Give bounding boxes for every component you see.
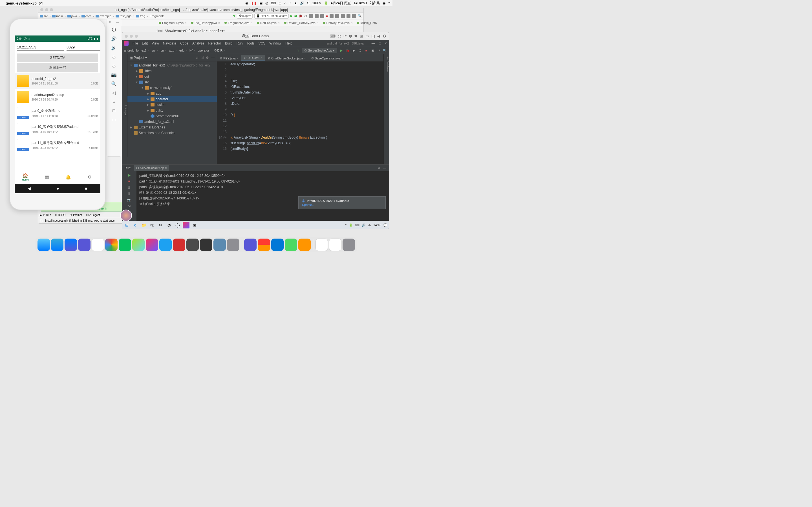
explorer-icon[interactable]: 📁 xyxy=(140,222,147,228)
crumb[interactable]: Fragment1 xyxy=(150,14,165,18)
code-area[interactable]: 1234567891011121314 @1516 edu.lyf.operat… xyxy=(217,61,384,152)
search-icon[interactable]: 🔍 xyxy=(358,14,362,18)
toolbar-icon[interactable] xyxy=(352,14,356,18)
notifications-icon[interactable]: 💬 xyxy=(384,223,388,227)
tree-row[interactable]: ▶app xyxy=(128,91,217,96)
tree-body[interactable]: ▼android_for_ex2 C:\寒假作业\android_for_ex2… xyxy=(128,61,217,137)
zoom-icon[interactable] xyxy=(135,35,138,38)
right-gutter[interactable]: Ant Database xyxy=(384,54,389,164)
editor-tab[interactable]: Music_HotK xyxy=(355,20,379,26)
appstore-icon[interactable] xyxy=(51,238,63,251)
tree-row[interactable]: ServerSocket01 xyxy=(128,113,217,119)
time[interactable]: 14:18:53 xyxy=(354,1,367,5)
home-icon[interactable]: ○ xyxy=(111,99,117,105)
toolbar-icon[interactable]: ◀ xyxy=(377,34,380,38)
editor-tab[interactable]: © CmdServerSocket.java× xyxy=(265,55,308,61)
debug-icon[interactable]: 🐞 xyxy=(346,48,350,52)
zoom-icon[interactable] xyxy=(50,8,53,11)
crumb[interactable]: com xyxy=(82,14,91,18)
minimize-icon[interactable]: — xyxy=(116,20,119,24)
notifications-icon[interactable]: ≡ xyxy=(388,1,390,5)
crumb[interactable]: wzu xyxy=(169,49,177,52)
device-select[interactable]: 📱 Pixel XL for shuaifan ▾ xyxy=(254,13,289,18)
nav-settings[interactable]: ⚙ xyxy=(79,170,100,184)
back-button[interactable]: 返回上一层 xyxy=(17,63,98,72)
list-item[interactable]: part10_客户端实现鼠标Pad.md2019-03-16 19:44:221… xyxy=(15,121,100,137)
menu-run[interactable]: Run xyxy=(237,41,243,45)
tree-row[interactable]: ▶External Libraries xyxy=(128,124,217,130)
expand-icon[interactable]: ⇲ xyxy=(201,56,204,60)
hide-icon[interactable]: — xyxy=(211,56,214,60)
menu-code[interactable]: Code xyxy=(180,41,188,45)
toolbar-icon[interactable] xyxy=(315,14,319,18)
toolbar-icon[interactable] xyxy=(309,14,313,18)
toolbar-icon[interactable] xyxy=(341,14,345,18)
crumb[interactable]: test_nga xyxy=(116,14,132,18)
app-icon[interactable] xyxy=(159,238,172,251)
status-icon[interactable]: S xyxy=(307,1,309,5)
status-icon[interactable]: ⊞ xyxy=(278,1,282,5)
source-code[interactable]: edu.lyf.operator; File; IOException; t.S… xyxy=(230,61,384,152)
menu-tools[interactable]: Tools xyxy=(247,41,255,45)
toolbar-icon[interactable] xyxy=(347,14,350,18)
status-icon[interactable]: ▢ xyxy=(40,219,42,222)
menu-window[interactable]: Window xyxy=(269,41,282,45)
folder-icon[interactable] xyxy=(315,238,328,251)
tree-row[interactable]: ▶utility xyxy=(128,108,217,113)
nav-notifications[interactable]: 🔔 xyxy=(57,170,79,184)
coverage-icon[interactable]: ▶ xyxy=(352,48,356,52)
mail-icon[interactable]: ✉ xyxy=(157,222,164,228)
crumb[interactable]: example xyxy=(96,14,111,18)
app-icon[interactable] xyxy=(227,238,239,251)
tree-row[interactable]: ▶operator xyxy=(128,96,217,102)
run-tab[interactable]: ⬡ ServerSocketApp × xyxy=(134,165,169,171)
start-icon[interactable]: ⊞ xyxy=(123,222,130,228)
update-notification[interactable]: ⓘIntelliJ IDEA 2020.1 available Update..… xyxy=(298,196,386,209)
crumb[interactable]: src xyxy=(40,14,48,18)
finder-icon[interactable] xyxy=(38,238,50,251)
toolbar-icon[interactable]: ✖ xyxy=(354,34,357,38)
tree-row[interactable]: ▶.idea xyxy=(128,68,217,74)
toolbar-icon[interactable]: ▢ xyxy=(371,34,375,38)
status-icon[interactable]: ◉ xyxy=(245,1,248,5)
volume-down-icon[interactable]: 🔉 xyxy=(111,45,117,51)
minimize-icon[interactable]: — xyxy=(371,41,375,45)
edge-icon[interactable]: e xyxy=(132,222,139,228)
app-icon[interactable]: ◉ xyxy=(191,222,198,228)
profiler-tab[interactable]: ⏱ Profiler xyxy=(69,214,82,217)
tree-row[interactable]: ▶out xyxy=(128,74,217,79)
run-config[interactable]: �具 app ▾ xyxy=(237,13,253,18)
toolbar-icon[interactable]: ▭ xyxy=(365,34,369,38)
project-label[interactable]: ▦ Project ▾ xyxy=(130,56,147,60)
back-icon[interactable]: ◁ xyxy=(111,90,117,96)
build-icon[interactable]: ↰ xyxy=(297,49,299,52)
toolbar-icon[interactable] xyxy=(335,14,339,18)
rotate-right-icon[interactable]: ◇ xyxy=(111,62,117,69)
debug-icon[interactable]: 🐞 xyxy=(299,14,303,18)
battery-icon[interactable]: 🔋 xyxy=(324,1,328,5)
toolbar-icon[interactable]: ◎ xyxy=(338,34,341,38)
usb-icon[interactable]: ψ xyxy=(349,34,352,38)
status-icon[interactable]: ▣ xyxy=(259,1,262,5)
apply-icon[interactable]: ⇄ xyxy=(294,14,297,18)
crumb[interactable]: java xyxy=(67,14,77,18)
rerun-icon[interactable]: ▶ xyxy=(127,173,132,177)
app-icon[interactable] xyxy=(298,238,311,251)
hide-icon[interactable]: — xyxy=(383,166,386,170)
windows-icon[interactable] xyxy=(271,238,284,251)
run-icon[interactable]: ▶ xyxy=(290,14,293,18)
editor-tab[interactable]: © BaseOperator.java× xyxy=(308,55,346,61)
list-item[interactable]: part11_服务端实现命令组合.md2019-03-23 15:36:224.… xyxy=(15,137,100,153)
tray-icon[interactable]: ⌨ xyxy=(355,223,359,227)
getdata-button[interactable]: GETDATA xyxy=(17,54,98,62)
editor-tab[interactable]: © KEY.java× xyxy=(217,55,241,61)
obs-icon[interactable] xyxy=(200,238,212,251)
wifi-icon[interactable]: ⌇ xyxy=(289,1,291,5)
intellij-icon[interactable] xyxy=(183,222,190,228)
trash-icon[interactable] xyxy=(343,238,355,251)
close-icon[interactable] xyxy=(40,8,43,11)
crumb[interactable]: frag xyxy=(136,14,145,18)
editor-tab[interactable]: Default_HotKey.java× xyxy=(282,20,321,26)
close-icon[interactable]: × xyxy=(385,41,387,45)
user[interactable]: 刘亦凡 xyxy=(370,1,380,6)
